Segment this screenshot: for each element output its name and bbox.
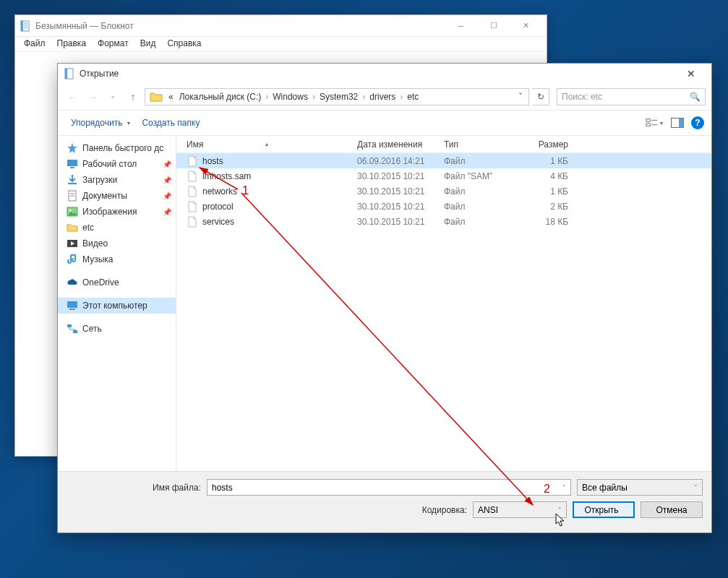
- file-size: 1 КБ: [523, 156, 575, 166]
- sidebar-item-label: OneDrive: [82, 277, 119, 288]
- new-folder-button[interactable]: Создать папку: [136, 115, 205, 131]
- notepad-titlebar[interactable]: Безымянный — Блокнот ─ ☐ ✕: [15, 15, 547, 37]
- menu-help[interactable]: Справка: [161, 37, 207, 51]
- dialog-titlebar[interactable]: Открытие ✕: [58, 64, 711, 84]
- help-button[interactable]: ?: [691, 116, 704, 129]
- sidebar-item-pictures[interactable]: Изображения 📌: [58, 204, 176, 220]
- file-date: 30.10.2015 10:21: [357, 202, 444, 212]
- file-row[interactable]: protocol30.10.2015 10:21Файл2 КБ: [176, 199, 711, 214]
- crumb-item[interactable]: Windows: [270, 92, 311, 102]
- downloads-icon: [67, 174, 78, 186]
- pin-icon: 📌: [163, 192, 171, 200]
- pin-icon: 📌: [163, 160, 171, 168]
- open-button[interactable]: Открыть: [573, 501, 635, 518]
- svg-rect-16: [68, 183, 77, 184]
- chevron-down-icon: ˅: [558, 506, 562, 514]
- column-type[interactable]: Тип: [444, 139, 523, 150]
- menu-file[interactable]: Файл: [18, 37, 51, 51]
- maximize-button[interactable]: ☐: [477, 16, 510, 36]
- sidebar-item-label: Сеть: [82, 324, 102, 334]
- annotation-1: 1: [242, 184, 249, 197]
- file-name: lmhosts.sam: [202, 171, 251, 181]
- file-row[interactable]: services30.10.2015 10:21Файл18 КБ: [176, 214, 711, 229]
- chevron-right-icon: ›: [398, 92, 404, 102]
- sidebar-item-music[interactable]: Музыка: [58, 251, 176, 267]
- sidebar-item-desktop[interactable]: Рабочий стол 📌: [58, 156, 176, 172]
- crumb-item[interactable]: System32: [317, 92, 361, 102]
- file-row[interactable]: networks30.10.2015 10:21Файл1 КБ: [176, 184, 711, 199]
- pin-icon: 📌: [163, 176, 171, 184]
- sidebar-item-downloads[interactable]: Загрузки 📌: [58, 172, 176, 188]
- encoding-value: ANSI: [478, 505, 498, 515]
- sort-asc-icon: ▴: [265, 141, 268, 147]
- svg-rect-6: [65, 69, 67, 79]
- menu-format[interactable]: Формат: [92, 37, 134, 51]
- nav-forward-button[interactable]: →: [84, 88, 101, 105]
- search-input[interactable]: Поиск: etc 🔍: [557, 88, 706, 105]
- nav-recent-button[interactable]: ▾: [104, 88, 121, 105]
- pc-icon: [67, 300, 78, 311]
- menu-edit[interactable]: Правка: [51, 37, 93, 51]
- svg-rect-24: [67, 301, 77, 308]
- column-size[interactable]: Размер: [523, 139, 575, 150]
- nav-back-button[interactable]: ←: [64, 88, 81, 105]
- sidebar-item-documents[interactable]: Документы 📌: [58, 188, 176, 204]
- sidebar-item-label: Музыка: [82, 254, 113, 264]
- dialog-title: Открытие: [80, 69, 677, 79]
- view-options-button[interactable]: ▾: [645, 115, 664, 131]
- filter-select[interactable]: Все файлы ˅: [577, 479, 703, 496]
- music-icon: [67, 254, 78, 265]
- file-row[interactable]: hosts06.09.2016 14:21Файл1 КБ: [176, 153, 711, 168]
- crumb-item[interactable]: Локальный диск (C:): [176, 92, 265, 102]
- close-button[interactable]: ✕: [510, 16, 542, 36]
- address-dropdown-button[interactable]: ˅: [514, 92, 527, 102]
- menu-view[interactable]: Вид: [134, 37, 162, 51]
- svg-point-21: [69, 210, 72, 212]
- refresh-button[interactable]: ↻: [532, 88, 549, 105]
- sidebar-item-video[interactable]: Видео: [58, 236, 176, 251]
- file-icon: [187, 216, 198, 228]
- desktop-icon: [67, 158, 78, 170]
- minimize-button[interactable]: ─: [445, 16, 477, 36]
- onedrive-icon: [67, 277, 78, 288]
- filename-input[interactable]: hosts ˅: [207, 479, 571, 496]
- organize-button[interactable]: Упорядочить: [65, 115, 136, 131]
- svg-rect-1: [21, 21, 23, 31]
- cancel-button[interactable]: Отмена: [641, 501, 703, 518]
- sidebar-item-network[interactable]: Сеть: [58, 321, 176, 337]
- address-bar[interactable]: « Локальный диск (C:)› Windows› System32…: [145, 88, 529, 105]
- svg-rect-27: [73, 330, 77, 333]
- toolbar: Упорядочить Создать папку ▾ ?: [58, 110, 711, 136]
- file-size: 1 КБ: [523, 186, 575, 197]
- open-dialog: Открытие ✕ ← → ▾ ↑ « Локальный диск (C:)…: [57, 63, 712, 533]
- preview-pane-button[interactable]: [668, 115, 687, 131]
- sidebar-item-etc[interactable]: etc: [58, 220, 176, 236]
- sidebar-item-label: Изображения: [82, 207, 137, 217]
- file-name: protocol: [202, 202, 234, 212]
- column-date[interactable]: Дата изменения: [357, 139, 444, 150]
- sidebar-item-this-pc[interactable]: Этот компьютер: [58, 298, 176, 314]
- crumb-item[interactable]: etc: [404, 92, 421, 102]
- chevron-down-icon[interactable]: ˅: [562, 484, 566, 491]
- encoding-select[interactable]: ANSI ˅: [473, 501, 567, 518]
- nav-up-button[interactable]: ↑: [124, 88, 142, 105]
- column-name[interactable]: Имя ▴: [176, 139, 357, 150]
- file-pane: Имя ▴ Дата изменения Тип Размер hosts06.…: [176, 136, 711, 471]
- encoding-label: Кодировка:: [422, 505, 467, 515]
- nav-bar: ← → ▾ ↑ « Локальный диск (C:)› Windows› …: [58, 84, 711, 110]
- chevron-right-icon: ›: [361, 92, 367, 102]
- crumb-item[interactable]: drivers: [367, 92, 398, 102]
- column-headers: Имя ▴ Дата изменения Тип Размер: [176, 136, 711, 153]
- svg-rect-26: [67, 324, 72, 327]
- crumb-prefix[interactable]: «: [166, 92, 176, 102]
- file-row[interactable]: lmhosts.sam30.10.2015 10:21Файл "SAM"4 К…: [176, 168, 711, 184]
- dialog-close-button[interactable]: ✕: [677, 64, 706, 83]
- video-icon: [67, 238, 78, 249]
- svg-rect-12: [679, 118, 684, 128]
- chevron-down-icon: ˅: [694, 484, 698, 491]
- svg-rect-7: [646, 119, 650, 122]
- sidebar-item-onedrive[interactable]: OneDrive: [58, 275, 176, 290]
- sidebar-item-label: Документы: [82, 191, 127, 201]
- sidebar-quick-access[interactable]: Панель быстрого дс: [58, 140, 176, 156]
- file-list: hosts06.09.2016 14:21Файл1 КБlmhosts.sam…: [176, 153, 711, 471]
